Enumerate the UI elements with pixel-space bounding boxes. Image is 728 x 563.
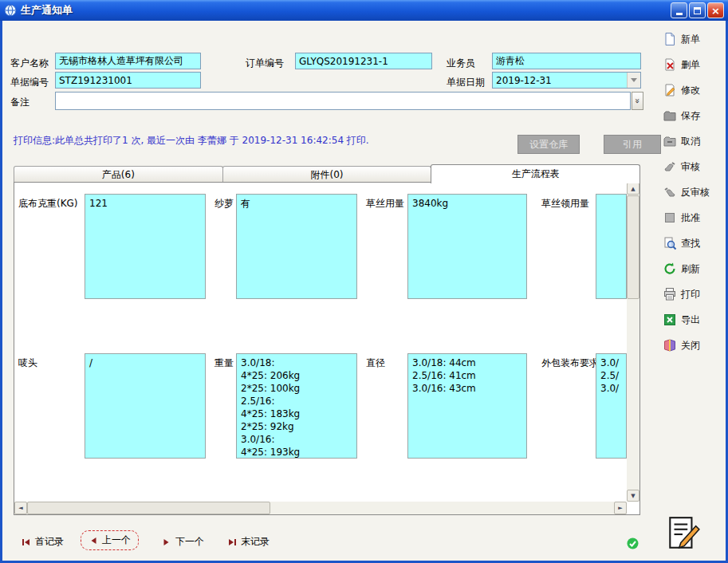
customer-name-label: 客户名称: [10, 57, 49, 70]
unaudit-icon: [663, 185, 677, 199]
cell-value-grass-requisition[interactable]: [596, 194, 627, 299]
sidebar-audit-label: 审核: [681, 160, 700, 174]
quote-button[interactable]: 引用: [604, 135, 661, 154]
next-record-icon: [162, 537, 171, 547]
salesman-input[interactable]: [492, 53, 641, 69]
scroll-down-icon[interactable]: ▼: [627, 490, 639, 502]
export-icon: [663, 313, 677, 327]
first-record-label: 首记录: [35, 535, 64, 549]
new-doc-icon: [663, 32, 677, 46]
approve-icon: [663, 211, 677, 225]
last-record-label: 末记录: [241, 535, 270, 549]
previous-record-icon: [89, 536, 98, 545]
previous-record-label: 上一个: [102, 533, 131, 547]
tab-production-flow[interactable]: 生产流程表: [431, 164, 640, 183]
sidebar-export-button[interactable]: 导出: [663, 311, 728, 329]
status-ok-icon: [627, 537, 639, 549]
scroll-up-icon[interactable]: ▲: [627, 183, 639, 195]
sidebar-modify-label: 修改: [681, 84, 700, 97]
last-record-icon: [227, 537, 237, 547]
sidebar-search-button[interactable]: 查找: [663, 234, 728, 252]
sidebar: 新单 删单 修改 保存 取消 审核 反审核 批准: [663, 30, 728, 354]
salesman-label: 业务员: [447, 57, 475, 70]
cell-value-yarn-net[interactable]: 有: [236, 194, 357, 299]
vertical-scrollbar[interactable]: ▲ ▼: [627, 183, 639, 502]
titlebar: 生产通知单 ×: [0, 0, 728, 21]
production-notice-window: 生产通知单 × 客户名称 订单编号 业务员 单据编号 单据日期 备注 » 打印信…: [0, 0, 728, 563]
sidebar-new-label: 新单: [681, 33, 700, 46]
sidebar-unaudit-label: 反审核: [681, 186, 710, 199]
tab-attachments[interactable]: 附件(0): [222, 166, 432, 183]
refresh-icon: [663, 262, 677, 276]
document-edit-icon: [664, 514, 702, 553]
close-button[interactable]: ×: [707, 2, 724, 18]
sidebar-print-button[interactable]: 打印: [663, 285, 728, 303]
remark-expand-button[interactable]: »: [632, 92, 643, 110]
cell-label-diameter: 直径: [366, 356, 385, 370]
edit-doc-icon: [663, 83, 677, 97]
maximize-button[interactable]: [689, 2, 706, 18]
first-record-icon: [22, 537, 31, 547]
sidebar-modify-button[interactable]: 修改: [663, 81, 728, 99]
previous-record-button[interactable]: 上一个: [81, 530, 139, 550]
cell-value-grass-usage[interactable]: 3840kg: [407, 194, 527, 299]
customer-name-input[interactable]: [55, 53, 201, 69]
cell-value-outer-packing[interactable]: 3.0/ 2.5/ 3.0/: [596, 353, 627, 459]
vertical-scrollbar-thumb[interactable]: [627, 195, 639, 299]
audit-icon: [663, 159, 677, 174]
order-no-label: 订单编号: [246, 57, 284, 70]
sidebar-close-button[interactable]: 关闭: [663, 337, 728, 354]
remark-label: 备注: [10, 96, 30, 109]
delete-doc-icon: [663, 57, 677, 72]
cell-label-outer-packing: 外包装布要求: [541, 356, 599, 370]
order-no-input[interactable]: [295, 53, 432, 69]
cell-value-base-weight[interactable]: 121: [85, 194, 206, 299]
cell-label-base-weight: 底布克重(KG): [18, 197, 78, 211]
cell-label-weight: 重量: [214, 356, 234, 370]
sidebar-new-button[interactable]: 新单: [663, 30, 728, 48]
sidebar-refresh-button[interactable]: 刷新: [663, 260, 728, 278]
doc-date-combo[interactable]: [492, 72, 641, 89]
sidebar-export-label: 导出: [681, 313, 700, 327]
set-warehouse-button[interactable]: 设置仓库: [517, 135, 580, 154]
last-record-button[interactable]: 末记录: [219, 532, 277, 552]
sidebar-save-button[interactable]: 保存: [663, 107, 728, 124]
remark-input[interactable]: [55, 92, 631, 110]
scroll-right-icon[interactable]: ►: [614, 502, 627, 514]
search-icon: [663, 236, 677, 250]
cancel-icon: [663, 134, 677, 148]
scroll-left-icon[interactable]: ◄: [14, 502, 27, 514]
horizontal-scrollbar-thumb[interactable]: [27, 502, 270, 514]
close-icon: ×: [711, 6, 720, 16]
horizontal-scrollbar[interactable]: ◄ ►: [14, 502, 627, 514]
cell-label-grass-usage: 草丝用量: [366, 197, 404, 211]
sidebar-delete-button[interactable]: 删单: [663, 56, 728, 73]
sidebar-approve-label: 批准: [681, 211, 700, 225]
sidebar-approve-button[interactable]: 批准: [663, 209, 728, 226]
doc-date-value[interactable]: [493, 73, 627, 88]
doc-no-input[interactable]: [55, 72, 201, 89]
sidebar-delete-label: 删单: [681, 58, 700, 72]
sidebar-close-label: 关闭: [681, 339, 700, 352]
sidebar-unaudit-button[interactable]: 反审核: [663, 183, 728, 201]
next-record-button[interactable]: 下一个: [154, 532, 212, 552]
app-icon: [4, 4, 17, 17]
sidebar-cancel-label: 取消: [681, 135, 700, 148]
minimize-button[interactable]: [671, 2, 687, 18]
sidebar-refresh-label: 刷新: [681, 262, 700, 276]
sidebar-cancel-button[interactable]: 取消: [663, 132, 728, 150]
maximize-icon: [694, 7, 701, 14]
tab-products[interactable]: 产品(6): [14, 166, 223, 183]
first-record-button[interactable]: 首记录: [14, 532, 72, 552]
next-record-label: 下一个: [175, 535, 204, 549]
chevron-down-icon[interactable]: [627, 73, 640, 88]
close-doc-icon: [663, 338, 677, 352]
print-info-text: 打印信息:此单总共打印了1 次, 最近一次由 李蕾娜 于 2019-12-31 …: [14, 134, 369, 148]
cell-value-weight[interactable]: 3.0/18: 4*25: 206kg 2*25: 100kg 2.5/16: …: [236, 353, 357, 459]
cell-label-grass-requisition: 草丝领用量: [541, 197, 589, 211]
sidebar-save-label: 保存: [681, 109, 700, 123]
minimize-icon: [676, 13, 683, 15]
cell-value-diameter[interactable]: 3.0/18: 44cm 2.5/16: 41cm 3.0/16: 43cm: [407, 353, 527, 459]
cell-value-shipping-mark[interactable]: /: [85, 353, 206, 459]
sidebar-audit-button[interactable]: 审核: [663, 158, 728, 175]
